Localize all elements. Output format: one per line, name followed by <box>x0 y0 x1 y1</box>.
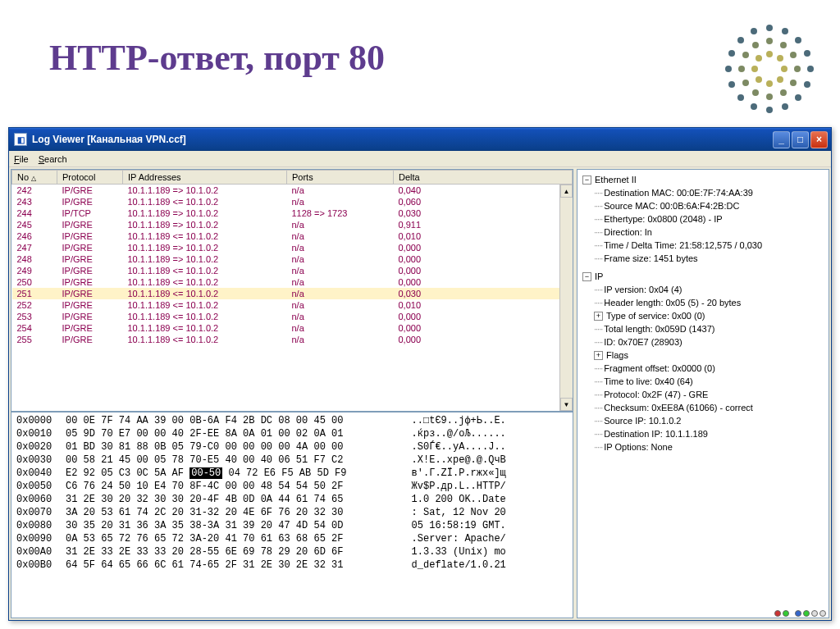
expand-icon[interactable]: + <box>594 351 603 360</box>
tree-item[interactable]: ····· Destination IP: 10.1.1.189 <box>581 427 825 440</box>
expand-icon[interactable]: + <box>594 312 603 321</box>
status-led <box>819 610 826 617</box>
tree-item[interactable]: − Ethernet II <box>581 173 825 186</box>
table-row[interactable]: 255IP/GRE10.1.1.189 <= 10.1.0.2n/a0,000 <box>12 334 573 345</box>
tree-item[interactable]: ····· Destination MAC: 00:0E:7F:74:AA:39 <box>581 186 825 199</box>
hex-row: 0x00A031 2E 33 2E 33 33 20 28-55 6E 69 7… <box>16 545 568 558</box>
hex-row: 0x001005 9D 70 E7 00 00 40 2F-EE 8A 0A 0… <box>16 427 568 440</box>
close-button[interactable]: × <box>810 131 828 148</box>
tree-item[interactable]: ····· Fragment offset: 0x0000 (0) <box>581 362 825 375</box>
window-title: Log Viewer [Канальная VPN.ccf] <box>32 134 186 145</box>
hex-row: 0x003000 58 21 45 00 05 78 70-E5 40 00 4… <box>16 454 568 467</box>
tree-item[interactable]: ····· ID: 0x70E7 (28903) <box>581 335 825 349</box>
menu-file[interactable]: File <box>14 154 29 164</box>
status-led <box>783 610 789 617</box>
tree-item[interactable]: + Type of service: 0x00 (0) <box>581 309 825 322</box>
hex-row: 0x00900A 53 65 72 76 65 72 3A-20 41 70 6… <box>16 532 568 545</box>
tree-item[interactable]: ····· Checksum: 0xEE8A (61066) - correct <box>581 401 825 414</box>
status-led <box>774 610 781 617</box>
collapse-icon[interactable]: − <box>582 175 591 185</box>
tree-item[interactable]: ····· Ethertype: 0x0800 (2048) - IP <box>581 212 825 226</box>
col-ports[interactable]: Ports <box>287 171 394 185</box>
tree-item[interactable]: ····· Source MAC: 00:0B:6A:F4:2B:DC <box>581 199 825 212</box>
hex-row: 0x0040E2 92 05 C3 0C 5A AF 00-50 04 72 E… <box>16 467 568 480</box>
tree-item[interactable]: ····· Time / Delta Time: 21:58:12,575 / … <box>581 239 825 252</box>
table-row[interactable]: 251IP/GRE10.1.1.189 <= 10.1.0.2n/a0,030 <box>12 288 573 299</box>
tree-item[interactable]: ····· IP version: 0x04 (4) <box>581 283 825 296</box>
tree-item[interactable]: ····· Total length: 0x059D (1437) <box>581 322 825 335</box>
packet-table-wrap: No △ Protocol IP Addresses Ports Delta 2… <box>11 170 573 411</box>
status-led <box>795 610 801 617</box>
table-row[interactable]: 248IP/GRE10.1.1.189 => 10.1.0.2n/a0,000 <box>12 253 573 265</box>
packet-table[interactable]: No △ Protocol IP Addresses Ports Delta 2… <box>11 170 573 345</box>
table-row[interactable]: 242IP/GRE10.1.1.189 => 10.1.0.2n/a0,040 <box>12 185 573 197</box>
tree-item[interactable]: ····· Source IP: 10.1.0.2 <box>581 414 825 427</box>
status-led <box>803 610 810 617</box>
tree-item[interactable]: ····· Direction: In <box>581 226 825 239</box>
titlebar[interactable]: ◧ Log Viewer [Канальная VPN.ccf] _ □ × <box>9 128 831 151</box>
page-title: HTTP-ответ, порт 80 <box>0 0 840 95</box>
decorative-dots <box>717 16 815 115</box>
menubar: File Search <box>9 151 831 167</box>
status-led <box>811 610 818 617</box>
table-header-row[interactable]: No △ Protocol IP Addresses Ports Delta <box>12 171 573 185</box>
col-delta[interactable]: Delta <box>394 171 573 185</box>
scroll-down-icon[interactable]: ▼ <box>560 398 573 411</box>
table-row[interactable]: 249IP/GRE10.1.1.189 <= 10.1.0.2n/a0,000 <box>12 265 573 276</box>
hex-row: 0x006031 2E 30 20 32 30 30 20-4F 4B 0D 0… <box>16 493 568 506</box>
table-row[interactable]: 243IP/GRE10.1.1.189 <= 10.1.0.2n/a0,060 <box>12 196 573 207</box>
hex-row: 0x008030 35 20 31 36 3A 35 38-3A 31 39 2… <box>16 519 568 532</box>
col-ip[interactable]: IP Addresses <box>123 171 287 185</box>
app-window: ◧ Log Viewer [Канальная VPN.ccf] _ □ × F… <box>8 127 832 621</box>
table-row[interactable]: 254IP/GRE10.1.1.189 <= 10.1.0.2n/a0,000 <box>12 322 573 334</box>
tree-item[interactable]: ····· Frame size: 1451 bytes <box>581 252 825 265</box>
tree-item[interactable]: ····· Protocol: 0x2F (47) - GRE <box>581 388 825 401</box>
scroll-up-icon[interactable]: ▲ <box>560 185 573 198</box>
hex-row: 0x000000 0E 7F 74 AA 39 00 0B-6A F4 2B D… <box>16 414 568 427</box>
vertical-scrollbar[interactable]: ▲ ▼ <box>559 185 573 411</box>
tree-item[interactable]: ····· Header length: 0x05 (5) - 20 bytes <box>581 296 825 309</box>
menu-search[interactable]: Search <box>39 154 67 164</box>
tree-item[interactable]: − IP <box>581 270 825 283</box>
tree-item[interactable]: ····· Time to live: 0x40 (64) <box>581 375 825 388</box>
hex-row: 0x00B064 5F 64 65 66 6C 61 74-65 2F 31 2… <box>16 558 568 572</box>
minimize-button[interactable]: _ <box>773 131 790 148</box>
table-row[interactable]: 252IP/GRE10.1.1.189 <= 10.1.0.2n/a0,010 <box>12 299 573 311</box>
hex-pane[interactable]: 0x000000 0E 7F 74 AA 39 00 0B-6A F4 2B D… <box>11 411 573 618</box>
table-row[interactable]: 247IP/GRE10.1.1.189 => 10.1.0.2n/a0,000 <box>12 242 573 253</box>
collapse-icon[interactable]: − <box>582 272 591 281</box>
hex-row: 0x0050C6 76 24 50 10 E4 70 8F-4C 00 00 4… <box>16 480 568 493</box>
detail-tree[interactable]: − Ethernet II····· Destination MAC: 00:0… <box>577 169 829 618</box>
statusbar <box>774 608 826 618</box>
tree-item[interactable]: ····· IP Options: None <box>581 440 825 454</box>
table-row[interactable]: 253IP/GRE10.1.1.189 <= 10.1.0.2n/a0,000 <box>12 311 573 322</box>
hex-row: 0x002001 BD 30 81 88 0B 05 79-C0 00 00 0… <box>16 440 568 454</box>
col-no[interactable]: No △ <box>12 171 57 185</box>
table-row[interactable]: 246IP/GRE10.1.1.189 <= 10.1.0.2n/a0,010 <box>12 230 573 242</box>
app-icon: ◧ <box>14 133 27 146</box>
maximize-button[interactable]: □ <box>792 131 809 148</box>
tree-item[interactable]: + Flags <box>581 349 825 362</box>
hex-row: 0x00703A 20 53 61 74 2C 20 31-32 20 4E 6… <box>16 506 568 519</box>
table-row[interactable]: 250IP/GRE10.1.1.189 <= 10.1.0.2n/a0,000 <box>12 276 573 288</box>
col-protocol[interactable]: Protocol <box>57 171 123 185</box>
table-row[interactable]: 245IP/GRE10.1.1.189 => 10.1.0.2n/a0,911 <box>12 219 573 230</box>
table-row[interactable]: 244IP/TCP10.1.1.189 => 10.1.0.21128 => 1… <box>12 207 573 219</box>
